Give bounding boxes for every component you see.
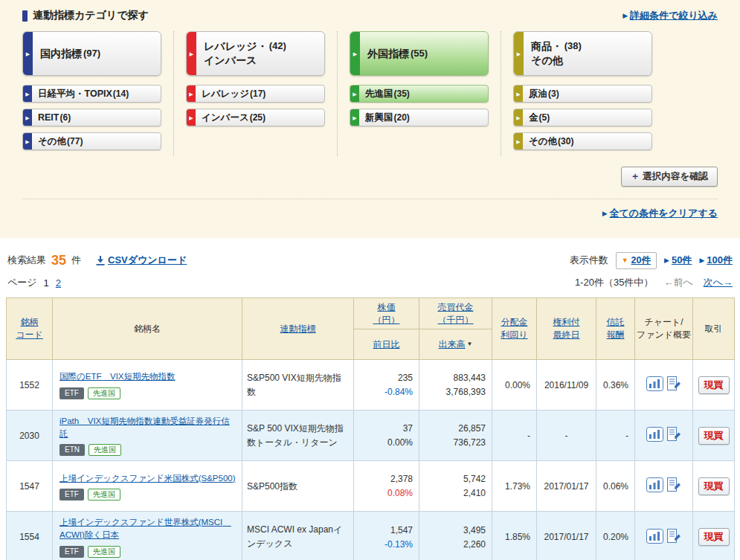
- fund-summary-icon[interactable]: [666, 477, 681, 495]
- category-column: ▶レバレッジ・ インバース(42)▶レバレッジ(17)▶インバース(25): [186, 31, 338, 156]
- category-label: 外国指標: [367, 47, 409, 61]
- arrow-icon: ▶: [189, 115, 193, 120]
- record-date: -: [537, 411, 596, 461]
- buy-button[interactable]: 現買: [698, 477, 730, 495]
- header-code: 銘柄コード: [7, 298, 53, 360]
- category-color-bar: ▶: [187, 32, 196, 75]
- subcategory-button[interactable]: ▶その他(77): [22, 132, 161, 150]
- sort-price-link[interactable]: 株価（円）: [373, 301, 400, 326]
- type-badge: ETF: [59, 387, 84, 399]
- stock-name-link[interactable]: 国際のETF VIX短期先物指数: [59, 372, 176, 381]
- stock-name-cell: 国際のETF VIX短期先物指数ETF先進国: [53, 360, 242, 411]
- subcategory-button[interactable]: ▶原油(3): [513, 85, 652, 103]
- stock-code: 1554: [7, 512, 53, 560]
- arrow-icon: ▶: [353, 51, 357, 57]
- subcategory-count: (35): [394, 88, 410, 99]
- sort-value-link[interactable]: 売買代金（千円）: [438, 301, 474, 326]
- chart-icon[interactable]: [646, 477, 663, 495]
- sort-volume-link[interactable]: 出来高: [439, 338, 466, 351]
- next-page-link[interactable]: 次へ→: [704, 276, 733, 289]
- chart-icon[interactable]: [646, 529, 663, 546]
- category-button[interactable]: ▶レバレッジ・ インバース(42): [186, 31, 325, 76]
- fund-summary-icon[interactable]: [666, 529, 681, 546]
- header-value: 売買代金（千円） 出来高▼: [419, 298, 492, 360]
- chart-icon[interactable]: [646, 427, 663, 444]
- table-row: 1552国際のETF VIX短期先物指数ETF先進国S&P500 VIX短期先物…: [7, 360, 735, 411]
- fund-summary-icon[interactable]: [666, 376, 681, 393]
- buy-button[interactable]: 現買: [698, 427, 730, 445]
- category-button[interactable]: ▶国内指標(97): [22, 31, 161, 76]
- confirm-selection-button[interactable]: ＋選択内容を確認: [621, 167, 718, 187]
- type-badge: ETN: [59, 444, 85, 456]
- subcategory-count: (6): [59, 112, 71, 123]
- category-count: (38): [564, 39, 582, 51]
- subcategory-count: (5): [539, 112, 550, 123]
- subcategory-label: インバース: [202, 112, 249, 124]
- region-badge: 先進国: [89, 444, 121, 456]
- detail-filter-link[interactable]: ▶詳細条件で絞り込み: [622, 9, 718, 22]
- subcategory-label: 原油: [529, 88, 547, 100]
- sort-fee-link[interactable]: 信託報酬: [607, 317, 625, 340]
- triangle-icon: ▶: [622, 12, 628, 19]
- buy-button[interactable]: 現買: [698, 376, 730, 394]
- subcategory-label: その他: [38, 135, 66, 148]
- csv-download-link[interactable]: CSVダウンロード: [96, 254, 187, 267]
- chart-icon[interactable]: [646, 376, 663, 393]
- stock-name-link[interactable]: iPath VIX短期先物指数連動受益証券発行信託: [59, 416, 230, 438]
- price: 2,378: [358, 474, 413, 484]
- subcategory-color-bar: ▶: [514, 86, 523, 102]
- sort-change-link[interactable]: 前日比: [373, 338, 400, 351]
- subcategory-label: 先進国: [365, 88, 393, 100]
- display-100-link[interactable]: ▶100件: [699, 254, 733, 267]
- subcategory-count: (77): [67, 136, 83, 147]
- price: 235: [358, 373, 413, 383]
- panel-title: 連動指標カテゴリで探す: [33, 9, 149, 22]
- subcategory-button[interactable]: ▶日経平均・TOPIX(14): [22, 85, 161, 103]
- sort-code-link[interactable]: 銘柄コード: [16, 317, 43, 340]
- stock-name-link[interactable]: 上場インデックスファンド米国株式(S&P500): [59, 474, 236, 483]
- arrow-icon: ▶: [190, 51, 193, 57]
- arrow-icon: ▶: [26, 51, 30, 57]
- sort-index-link[interactable]: 連動指標: [280, 324, 316, 334]
- subcategory-button[interactable]: ▶その他(30): [513, 132, 652, 150]
- fund-summary-icon[interactable]: [666, 427, 681, 444]
- category-button[interactable]: ▶商品・ その他(38): [513, 31, 652, 76]
- dividend-yield: -: [492, 411, 537, 461]
- arrow-icon: ▶: [25, 139, 29, 144]
- region-badge: 先進国: [88, 387, 120, 399]
- sort-date-link[interactable]: 権利付最終日: [553, 317, 580, 340]
- display-count-selector[interactable]: ▼ 20件: [616, 252, 657, 269]
- price-change: 0.00%: [358, 437, 413, 448]
- subcategory-button[interactable]: ▶先進国(35): [350, 85, 489, 103]
- subcategory-button[interactable]: ▶REIT(6): [22, 109, 161, 126]
- subcategory-label: 金: [529, 112, 538, 124]
- stock-name-cell: 上場インデックスファンド米国株式(S&P500)ETF先進国: [53, 461, 242, 512]
- table-row: 1554上場インデックスファンド世界株式(MSCI ACWI)除く日本ETF先進…: [7, 512, 735, 560]
- subcategory-button[interactable]: ▶新興国(20): [350, 109, 489, 126]
- arrow-icon: ▶: [516, 139, 520, 144]
- arrow-icon: ▶: [353, 115, 356, 120]
- linked-index: MSCI ACWI ex Japanインデックス: [242, 512, 354, 560]
- linked-index: S&P 500 VIX短期先物指数トータル・リターン: [242, 411, 354, 461]
- stock-name-link[interactable]: 上場インデックスファンド世界株式(MSCI ACWI)除く日本: [59, 518, 231, 539]
- category-button[interactable]: ▶外国指標(55): [350, 31, 489, 76]
- stock-name-cell: 上場インデックスファンド世界株式(MSCI ACWI)除く日本ETF先進国: [53, 512, 242, 560]
- subcategory-color-bar: ▶: [23, 109, 32, 126]
- subcategory-button[interactable]: ▶レバレッジ(17): [186, 85, 325, 103]
- subcategory-color-bar: ▶: [514, 133, 523, 149]
- clear-all-conditions-link[interactable]: ▶全ての条件をクリアする: [602, 207, 718, 220]
- header-price: 株価（円） 前日比: [354, 298, 419, 360]
- page-2-link[interactable]: 2: [56, 277, 61, 289]
- trading-value: 3,495: [424, 525, 486, 535]
- header-trade: 取引: [693, 298, 735, 360]
- table-row: 1547上場インデックスファンド米国株式(S&P500)ETF先進国S&P500…: [7, 461, 735, 512]
- display-50-link[interactable]: ▶50件: [664, 254, 692, 267]
- buy-button[interactable]: 現買: [698, 528, 730, 546]
- pager-bar: ページ 1 2 1-20件（35件中） ←前へ 次へ→: [7, 275, 733, 290]
- triangle-icon: ▶: [664, 257, 669, 264]
- results-table-body: 1552国際のETF VIX短期先物指数ETF先進国S&P500 VIX短期先物…: [7, 360, 735, 560]
- sort-yield-link[interactable]: 分配金利回り: [501, 317, 527, 340]
- triangle-icon: ▶: [602, 210, 608, 217]
- subcategory-button[interactable]: ▶インバース(25): [186, 109, 325, 126]
- subcategory-button[interactable]: ▶金(5): [513, 109, 652, 126]
